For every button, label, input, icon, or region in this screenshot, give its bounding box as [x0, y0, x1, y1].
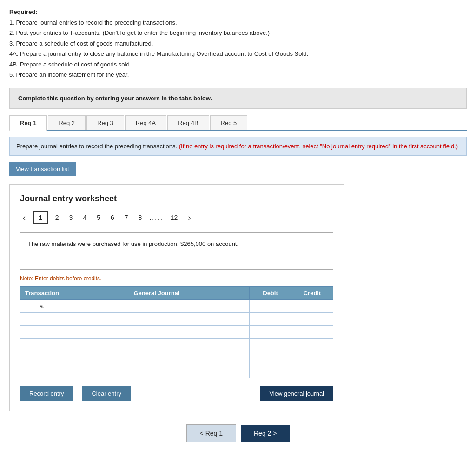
- row-4-credit[interactable]: [291, 339, 333, 352]
- req-item-4b: 4B. Prepare a schedule of cost of goods …: [9, 60, 467, 69]
- row-3-journal-input[interactable]: [64, 326, 249, 338]
- page-1[interactable]: 1: [33, 211, 48, 224]
- instruction-text: Complete this question by entering your …: [18, 95, 212, 102]
- required-section: Required: 1. Prepare journal entries to …: [9, 7, 467, 80]
- tab-req2[interactable]: Req 2: [48, 115, 86, 130]
- row-3-credit-input[interactable]: [291, 326, 333, 338]
- row-2-debit-input[interactable]: [250, 313, 291, 325]
- table-row: [20, 339, 333, 352]
- row-3-debit-input[interactable]: [250, 326, 291, 338]
- description-text: The raw materials were purchased for use…: [28, 240, 238, 247]
- journal-table: Transaction General Journal Debit Credit…: [20, 286, 333, 378]
- row-4-debit[interactable]: [250, 339, 291, 352]
- row-1-debit-input[interactable]: [250, 300, 291, 312]
- page-3[interactable]: 3: [66, 212, 76, 223]
- row-5-debit-input[interactable]: [250, 352, 291, 365]
- row-5-debit[interactable]: [250, 352, 291, 365]
- col-header-credit: Credit: [291, 287, 333, 300]
- row-5-journal[interactable]: [64, 352, 249, 365]
- req-item-4a: 4A. Prepare a journal entry to close any…: [9, 49, 467, 59]
- row-6-transaction: [20, 365, 64, 378]
- req-item-5: 5. Prepare an income statement for the y…: [9, 70, 467, 80]
- row-3-transaction: [20, 326, 64, 339]
- tab-req3[interactable]: Req 3: [86, 115, 124, 130]
- row-3-journal[interactable]: [64, 326, 249, 339]
- row-2-credit-input[interactable]: [291, 313, 333, 325]
- col-header-transaction: Transaction: [20, 287, 64, 300]
- instruction-box: Complete this question by entering your …: [9, 88, 467, 109]
- bottom-nav: < Req 1 Req 2 >: [9, 424, 467, 442]
- req-item-3: 3. Prepare a schedule of cost of goods m…: [9, 39, 467, 48]
- row-5-credit-input[interactable]: [291, 352, 333, 365]
- clear-entry-button[interactable]: Clear entry: [82, 386, 131, 401]
- prev-arrow[interactable]: ‹: [20, 212, 28, 224]
- row-6-credit-input[interactable]: [291, 365, 333, 378]
- page-5[interactable]: 5: [94, 212, 103, 223]
- table-row: [20, 326, 333, 339]
- row-6-credit[interactable]: [291, 365, 333, 378]
- row-1-transaction: a.: [20, 300, 64, 313]
- row-2-debit[interactable]: [250, 313, 291, 326]
- page-2[interactable]: 2: [53, 212, 62, 223]
- note-text: Note: Enter debits before credits.: [20, 275, 333, 282]
- row-2-credit[interactable]: [291, 313, 333, 326]
- row-4-journal-input[interactable]: [64, 339, 249, 352]
- row-1-credit[interactable]: [291, 300, 333, 313]
- row-6-journal-input[interactable]: [64, 365, 249, 378]
- page-4[interactable]: 4: [80, 212, 89, 223]
- row-4-debit-input[interactable]: [250, 339, 291, 352]
- row-1-journal[interactable]: [64, 300, 249, 313]
- row-5-credit[interactable]: [291, 352, 333, 365]
- view-general-journal-button[interactable]: View general journal: [260, 386, 333, 401]
- page-12[interactable]: 12: [168, 212, 181, 223]
- col-header-debit: Debit: [250, 287, 291, 300]
- row-1-debit[interactable]: [250, 300, 291, 313]
- req-item-1: 1. Prepare journal entries to record the…: [9, 18, 467, 27]
- record-entry-button[interactable]: Record entry: [20, 386, 73, 401]
- table-row: a.: [20, 300, 333, 313]
- description-box: The raw materials were purchased for use…: [20, 232, 333, 270]
- nav-prev-button[interactable]: < Req 1: [186, 424, 236, 442]
- worksheet-card: Journal entry worksheet ‹ 1 2 3 4 5 6 7 …: [9, 184, 344, 411]
- row-2-journal[interactable]: [64, 313, 249, 326]
- required-heading: Required:: [9, 8, 38, 15]
- table-row: [20, 313, 333, 326]
- tabs-container: Req 1 Req 2 Req 3 Req 4A Req 4B Req 5: [9, 115, 467, 131]
- row-1-credit-input[interactable]: [291, 300, 333, 312]
- req-item-2: 2. Post your entries to T-accounts. (Don…: [9, 28, 467, 38]
- row-4-credit-input[interactable]: [291, 339, 333, 352]
- row-3-credit[interactable]: [291, 326, 333, 339]
- info-text-red: (If no entry is required for a transacti…: [179, 143, 458, 150]
- row-6-debit[interactable]: [250, 365, 291, 378]
- row-4-transaction: [20, 339, 64, 352]
- nav-next-button[interactable]: Req 2 >: [241, 425, 290, 442]
- page-dots: .....: [149, 214, 163, 221]
- tab-req1[interactable]: Req 1: [9, 115, 47, 131]
- table-row: [20, 365, 333, 378]
- page-7[interactable]: 7: [122, 212, 131, 223]
- row-6-journal[interactable]: [64, 365, 249, 378]
- tab-req4b[interactable]: Req 4B: [167, 115, 209, 130]
- page-8[interactable]: 8: [136, 212, 145, 223]
- view-transaction-button[interactable]: View transaction list: [9, 162, 76, 176]
- info-box: Prepare journal entries to record the pr…: [9, 137, 467, 156]
- worksheet-title: Journal entry worksheet: [20, 194, 333, 204]
- row-5-journal-input[interactable]: [64, 352, 249, 365]
- tab-req4a[interactable]: Req 4A: [125, 115, 166, 130]
- row-6-debit-input[interactable]: [250, 365, 291, 378]
- col-header-journal: General Journal: [64, 287, 249, 300]
- info-text-normal: Prepare journal entries to record the pr…: [16, 143, 179, 150]
- row-2-transaction: [20, 313, 64, 326]
- tab-req5[interactable]: Req 5: [210, 115, 248, 130]
- row-3-debit[interactable]: [250, 326, 291, 339]
- row-2-journal-input[interactable]: [64, 313, 249, 325]
- next-arrow[interactable]: ›: [185, 212, 193, 224]
- page-6[interactable]: 6: [108, 212, 117, 223]
- pagination: ‹ 1 2 3 4 5 6 7 8 ..... 12 ›: [20, 211, 333, 224]
- row-4-journal[interactable]: [64, 339, 249, 352]
- row-1-journal-input[interactable]: [64, 300, 249, 312]
- action-buttons: Record entry Clear entry View general jo…: [20, 386, 333, 401]
- table-row: [20, 352, 333, 365]
- row-5-transaction: [20, 352, 64, 365]
